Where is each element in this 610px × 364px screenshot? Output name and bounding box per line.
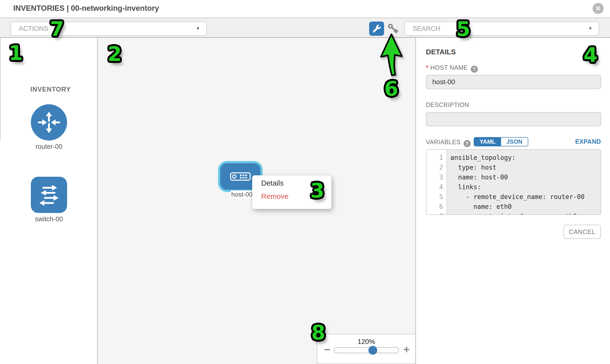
help-icon[interactable]: ? bbox=[464, 140, 471, 147]
description-label: DESCRIPTION bbox=[426, 101, 469, 108]
code-area[interactable]: ansible_topology: type: host name: host-… bbox=[447, 150, 601, 214]
page-header: INVENTORIES | 00-networking-inventory ✕ bbox=[0, 0, 610, 18]
key-credential-button[interactable] bbox=[388, 24, 399, 34]
inventory-topology-screen: INVENTORIES | 00-networking-inventory ✕ … bbox=[0, 0, 610, 364]
search-dropdown[interactable]: SEARCH ▼ bbox=[404, 22, 599, 36]
line-number: 6 bbox=[427, 202, 446, 211]
line-number: 1 bbox=[427, 153, 446, 163]
line-number: 7 bbox=[427, 211, 446, 215]
cancel-button[interactable]: CANCEL bbox=[563, 225, 601, 239]
annotation-1: 1 bbox=[9, 43, 23, 63]
required-asterisk: * bbox=[426, 64, 428, 71]
expand-link[interactable]: EXPAND bbox=[570, 138, 601, 145]
palette-item-label: switch-00 bbox=[20, 215, 78, 223]
actions-dropdown[interactable]: ACTIONS ▼ bbox=[11, 22, 207, 36]
actions-dropdown-label: ACTIONS bbox=[11, 25, 196, 33]
code-line: name: host-00 bbox=[450, 172, 601, 182]
switch-icon bbox=[36, 182, 62, 208]
code-line: ansible_topology: bbox=[450, 153, 601, 163]
palette-item-label: router-00 bbox=[20, 143, 78, 151]
key-icon bbox=[388, 24, 399, 34]
code-line: links: bbox=[450, 182, 601, 192]
host-node-label: host-00 bbox=[231, 190, 253, 198]
host-name-label-row: *HOST NAME? bbox=[426, 64, 478, 73]
zoom-level-label: 120% bbox=[317, 338, 415, 346]
code-line: name: eth0 bbox=[450, 202, 601, 211]
variables-label-row: VARIABLES? bbox=[426, 139, 471, 147]
page-title: INVENTORIES | 00-networking-inventory bbox=[13, 4, 159, 13]
line-number: 4 bbox=[427, 182, 446, 192]
topology-canvas[interactable]: host-00 Details Remove 120% − + bbox=[98, 38, 415, 364]
annotation-2: 2 bbox=[108, 44, 122, 64]
host-name-label: HOST NAME bbox=[430, 64, 468, 71]
zoom-in-button[interactable]: + bbox=[403, 345, 410, 354]
chevron-down-icon: ▼ bbox=[196, 26, 206, 31]
zoom-out-button[interactable]: − bbox=[324, 345, 330, 354]
annotation-5: 5 bbox=[456, 19, 470, 39]
inventory-palette: INVENTORY router-00 bbox=[0, 38, 98, 364]
router-icon bbox=[36, 110, 62, 135]
minus-icon: − bbox=[324, 343, 330, 355]
details-panel-title: DETAILS bbox=[426, 48, 456, 56]
code-line: - remote_device_name: router-00 bbox=[450, 192, 601, 202]
line-number: 3 bbox=[427, 172, 446, 182]
toolbox-toggle-button[interactable] bbox=[369, 22, 384, 36]
description-input[interactable] bbox=[426, 112, 601, 126]
plus-icon: + bbox=[403, 343, 410, 355]
code-line: remote_interface_name: eth0 bbox=[450, 211, 601, 215]
line-number: 5 bbox=[427, 192, 446, 202]
switch-shape bbox=[31, 177, 67, 213]
help-icon[interactable]: ? bbox=[471, 65, 478, 73]
host-name-input[interactable]: host-00 bbox=[426, 75, 601, 89]
variables-format-toggle: YAML JSON bbox=[474, 137, 528, 146]
code-gutter: 1 2 3 4 5 6 7 bbox=[427, 150, 447, 214]
toolbar: ACTIONS ▼ SEARCH ▼ bbox=[0, 18, 610, 38]
annotation-3: 3 bbox=[310, 181, 324, 201]
wrench-icon bbox=[373, 25, 381, 33]
sidebar-edge-divider bbox=[0, 38, 0, 140]
json-toggle-button[interactable]: JSON bbox=[501, 138, 528, 146]
annotation-4: 4 bbox=[584, 45, 597, 65]
annotation-6: 6 bbox=[384, 79, 398, 99]
zoom-slider-track[interactable] bbox=[334, 347, 399, 353]
annotation-8: 8 bbox=[311, 323, 325, 343]
variables-label: VARIABLES bbox=[426, 139, 461, 145]
host-name-value: host-00 bbox=[432, 78, 455, 86]
palette-item-router[interactable]: router-00 bbox=[20, 104, 78, 151]
zoom-control: 120% − + bbox=[317, 334, 415, 364]
palette-title: INVENTORY bbox=[30, 86, 71, 93]
zoom-slider-thumb[interactable] bbox=[368, 346, 377, 355]
yaml-toggle-button[interactable]: YAML bbox=[474, 138, 501, 146]
line-number: 2 bbox=[427, 163, 446, 172]
search-dropdown-label: SEARCH bbox=[405, 25, 588, 33]
annotation-7: 7 bbox=[50, 19, 64, 39]
variables-code-editor[interactable]: 1 2 3 4 5 6 7 ansible_topology: type: ho… bbox=[426, 149, 601, 215]
chevron-down-icon: ▼ bbox=[588, 26, 599, 31]
close-button[interactable]: ✕ bbox=[593, 3, 604, 14]
server-icon bbox=[230, 172, 251, 181]
close-icon: ✕ bbox=[595, 5, 601, 13]
router-shape bbox=[31, 104, 67, 141]
code-line: type: host bbox=[450, 163, 601, 172]
palette-item-switch[interactable]: switch-00 bbox=[20, 177, 78, 223]
